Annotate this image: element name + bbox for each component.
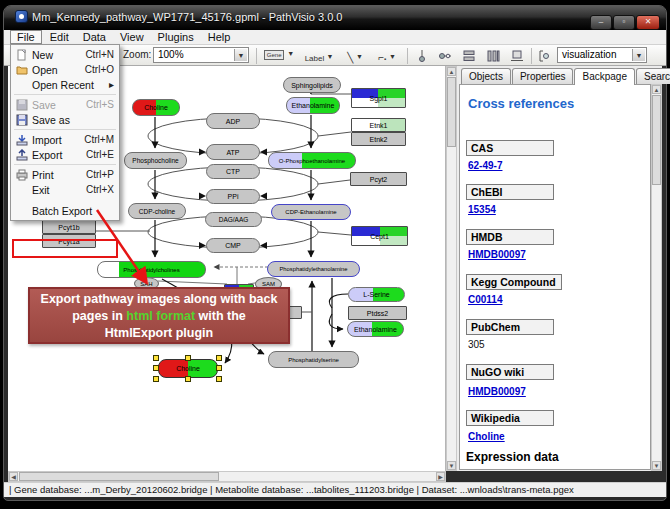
close-button[interactable]: ✕ xyxy=(636,15,660,30)
link-wikipedia[interactable]: Choline xyxy=(468,431,505,442)
menu-item-save-as[interactable]: Save as xyxy=(11,112,119,127)
node-ctp[interactable]: CTP xyxy=(206,164,260,179)
node-phosphocholine[interactable]: Phosphocholine xyxy=(124,152,187,169)
node-cdp-choline[interactable]: CDP-choline xyxy=(128,203,186,219)
menu-edit[interactable]: Edit xyxy=(44,30,75,44)
menu-item-exit[interactable]: ExitCtrl+X xyxy=(11,182,119,197)
menu-view[interactable]: View xyxy=(114,30,150,44)
save-as-icon xyxy=(14,114,29,126)
new-document-icon xyxy=(14,49,29,61)
gene-node-icon: Gene xyxy=(264,50,285,60)
node-ptdss2[interactable]: Ptdss2 xyxy=(348,306,407,320)
tab-properties[interactable]: Properties xyxy=(512,68,574,84)
resize-handle[interactable] xyxy=(185,355,191,361)
menu-data[interactable]: Data xyxy=(77,30,112,44)
menu-item-batch-export[interactable]: Batch Export xyxy=(11,203,119,218)
node-pcyt2[interactable]: Pcyt2 xyxy=(350,172,407,186)
minimize-button[interactable]: – xyxy=(590,15,612,30)
stack-vertical-button[interactable] xyxy=(460,48,478,65)
chevron-down-icon[interactable]: ▼ xyxy=(234,49,247,61)
link-nugo[interactable]: HMDB00097 xyxy=(468,386,526,397)
highlight-button[interactable] xyxy=(535,48,553,65)
node-etnk2[interactable]: Etnk2 xyxy=(351,132,406,146)
node-phosphatidylserine[interactable]: Phosphatidylserine xyxy=(268,351,359,368)
menu-item-new[interactable]: NewCtrl+N xyxy=(11,47,119,62)
link-hmdb[interactable]: HMDB00097 xyxy=(468,249,526,260)
align-center-y-button[interactable] xyxy=(436,48,454,65)
menu-item-import[interactable]: ImportCtrl+M xyxy=(11,132,119,147)
menu-item-print[interactable]: PrintCtrl+P xyxy=(11,167,119,182)
link-chebi[interactable]: 15354 xyxy=(468,204,496,215)
visualization-combobox[interactable]: visualization▼ xyxy=(557,47,647,63)
menu-item-open-recent[interactable]: Open Recent▸ xyxy=(11,77,119,92)
align-center-y-icon xyxy=(438,49,452,63)
chevron-down-icon[interactable]: ▼ xyxy=(632,49,645,61)
link-kegg[interactable]: C00114 xyxy=(468,294,502,305)
node-l-serine[interactable]: L-Serine xyxy=(348,287,405,302)
tab-search[interactable]: Search xyxy=(636,68,670,84)
new-label-button[interactable]: Label ▼ xyxy=(300,48,338,65)
node-sphingolipids[interactable]: Sphingolipids xyxy=(283,77,341,93)
resize-handle[interactable] xyxy=(185,376,191,382)
stack-horizontal-icon xyxy=(486,49,500,63)
align-center-x-icon xyxy=(415,49,429,63)
node-ppi[interactable]: PPi xyxy=(206,189,260,204)
scroll-right-icon[interactable]: ▶ xyxy=(436,472,445,481)
menu-item-save[interactable]: SaveCtrl+S xyxy=(11,97,119,112)
scroll-down-icon[interactable]: ▼ xyxy=(447,461,456,470)
bracket-circle-icon xyxy=(537,49,551,63)
node-pcyt1b[interactable]: Pcyt1b xyxy=(42,220,96,234)
zoom-combobox[interactable]: 100%▼ xyxy=(153,47,249,63)
node-choline-top[interactable]: Choline xyxy=(132,99,180,116)
scroll-down-icon[interactable]: ▼ xyxy=(652,461,661,470)
node-phosphatidylcholines[interactable]: Phosphatidylcholines xyxy=(97,261,206,278)
menu-help[interactable]: Help xyxy=(202,30,237,44)
node-cdp-ethanolamine[interactable]: CDP-Ethanolamine xyxy=(271,204,351,220)
cross-references-heading: Cross references xyxy=(468,96,574,111)
annotation-line1: Export pathway images along with back xyxy=(30,291,288,308)
node-sgpl1[interactable]: Sgpl1 xyxy=(351,88,406,108)
node-adp[interactable]: ADP xyxy=(206,113,260,129)
pathvisio-app-icon xyxy=(15,10,28,23)
resize-handle[interactable] xyxy=(216,365,222,371)
scroll-up-icon[interactable]: ▲ xyxy=(447,67,456,76)
tab-backpage[interactable]: Backpage xyxy=(574,68,634,85)
node-ethanolamine-bottom[interactable]: Ethanolamine xyxy=(347,321,404,337)
scroll-up-icon[interactable]: ▲ xyxy=(652,85,661,94)
tab-objects[interactable]: Objects xyxy=(461,68,511,84)
menu-plugins[interactable]: Plugins xyxy=(152,30,200,44)
resize-handle[interactable] xyxy=(153,355,159,361)
node-etnk1[interactable]: Etnk1 xyxy=(351,118,406,132)
canvas-vertical-scrollbar[interactable]: ▲ ▼ xyxy=(446,66,457,471)
menu-file[interactable]: File xyxy=(10,30,42,44)
menu-item-open[interactable]: OpenCtrl+O xyxy=(11,62,119,77)
maximize-button[interactable]: ▫ xyxy=(613,15,635,30)
node-cmp[interactable]: CMP xyxy=(206,238,260,253)
node-cept1[interactable]: Cept1 xyxy=(351,226,408,246)
canvas-horizontal-scrollbar[interactable]: ◀ ▶ xyxy=(8,471,446,482)
resize-handle[interactable] xyxy=(216,355,222,361)
section-header-kegg: Kegg Compound xyxy=(466,274,562,290)
new-gene-button[interactable]: Gene ▼ xyxy=(261,48,297,65)
link-cas[interactable]: 62-49-7 xyxy=(468,160,502,171)
node-o-phosphoethanolamine[interactable]: O-Phosphoethanolamine xyxy=(268,152,356,169)
panel-vertical-scrollbar[interactable]: ▲ ▼ xyxy=(651,84,662,471)
annotation-line3: HtmlExport plugin xyxy=(30,325,288,342)
menu-item-export[interactable]: ExportCtrl+E xyxy=(11,147,119,162)
resize-handle[interactable] xyxy=(153,376,159,382)
resize-handle[interactable] xyxy=(153,365,159,371)
node-ethanolamine-top[interactable]: Ethanolamine xyxy=(286,97,340,114)
status-bar: | Gene database: ...m_Derby_20120602.bri… xyxy=(4,482,666,497)
value-pubchem: 305 xyxy=(468,339,485,350)
align-bottom-button[interactable] xyxy=(508,48,526,65)
new-connector-button[interactable]: ⌐▪ ▼ xyxy=(372,48,402,65)
align-center-x-button[interactable] xyxy=(413,48,431,65)
resize-handle[interactable] xyxy=(216,376,222,382)
new-line-button[interactable]: ╲ ▼ xyxy=(341,48,369,65)
node-phosphatidylethanolamine[interactable]: Phosphatidylethanolamine xyxy=(267,261,360,277)
export-icon xyxy=(14,149,29,161)
node-atp[interactable]: ATP xyxy=(206,144,260,160)
scroll-left-icon[interactable]: ◀ xyxy=(9,472,18,481)
node-dag-aag[interactable]: DAG/AAG xyxy=(205,212,262,227)
stack-horizontal-button[interactable] xyxy=(484,48,502,65)
